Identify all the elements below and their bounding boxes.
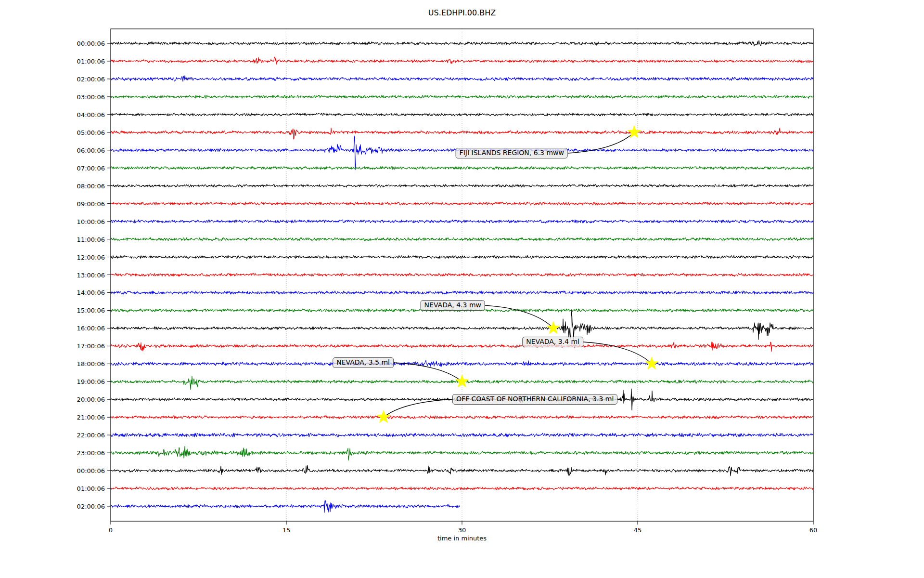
y-tick-label-9: 09:00:06 <box>52 200 105 207</box>
trace-row-23-23:00:06 <box>111 447 813 460</box>
annotation-leader-1 <box>485 305 553 328</box>
y-tick-label-1: 01:00:06 <box>52 57 105 65</box>
y-tick-label-7: 07:00:06 <box>52 164 105 171</box>
trace-row-4-04:00:06 <box>111 113 813 116</box>
trace-row-7-07:00:06 <box>111 166 813 170</box>
y-tick-label-23: 23:00:06 <box>52 449 105 457</box>
helicorder-plot <box>0 0 924 578</box>
y-tick-label-0: 00:00:06 <box>52 40 105 47</box>
y-tick-label-21: 21:00:06 <box>52 414 105 421</box>
event-annotation-label-2: NEVADA, 3.4 ml <box>522 337 583 347</box>
trace-row-11-11:00:06 <box>111 237 813 241</box>
event-star-icon-1 <box>547 321 560 333</box>
y-tick-label-6: 06:00:06 <box>52 146 105 154</box>
y-tick-label-16: 16:00:06 <box>52 325 105 332</box>
trace-row-5-05:00:06 <box>111 128 813 139</box>
y-tick-label-25: 01:00:06 <box>52 485 105 492</box>
y-tick-label-24: 00:00:06 <box>52 467 105 474</box>
event-annotation-label-4: OFF COAST OF NORTHERN CALIFORNIA, 3.3 ml <box>452 394 617 405</box>
x-tick-label-0: 0 <box>96 526 125 534</box>
y-tick-label-3: 03:00:06 <box>52 93 105 100</box>
trace-row-12-12:00:06 <box>111 255 813 259</box>
trace-row-8-08:00:06 <box>111 184 813 187</box>
x-axis-label: time in minutes <box>111 535 813 542</box>
y-tick-label-14: 14:00:06 <box>52 289 105 296</box>
trace-row-14-14:00:06 <box>111 291 813 294</box>
y-tick-label-15: 15:00:06 <box>52 307 105 314</box>
x-tick-label-60: 60 <box>799 526 828 534</box>
x-tick-label-45: 45 <box>623 526 652 534</box>
y-tick-label-18: 18:00:06 <box>52 360 105 368</box>
y-tick-label-2: 02:00:06 <box>52 75 105 82</box>
y-tick-label-4: 04:00:06 <box>52 111 105 118</box>
annotation-leader-3 <box>394 363 462 381</box>
y-tick-label-12: 12:00:06 <box>52 253 105 261</box>
trace-row-10-10:00:06 <box>111 220 813 223</box>
y-tick-label-17: 17:00:06 <box>52 342 105 350</box>
y-tick-label-5: 05:00:06 <box>52 129 105 136</box>
y-tick-label-13: 13:00:06 <box>52 271 105 278</box>
event-star-icon-4 <box>377 410 390 422</box>
event-star-icon-3 <box>456 375 469 387</box>
trace-row-18-18:00:06 <box>111 360 813 367</box>
trace-row-25-01:00:06 <box>111 487 813 490</box>
trace-row-3-03:00:06 <box>111 95 813 98</box>
trace-row-2-02:00:06 <box>111 76 813 81</box>
seismogram-figure: US.EDHPI.00.BHZ 00:00:0601:00:0602:00:06… <box>0 0 924 578</box>
event-annotation-label-1: NEVADA, 4.3 mw <box>421 300 485 311</box>
y-tick-label-19: 19:00:06 <box>52 378 105 385</box>
y-tick-label-26: 02:00:06 <box>52 503 105 510</box>
x-tick-label-30: 30 <box>448 526 476 534</box>
event-annotation-label-0: FIJI ISLANDS REGION, 6.3 mww <box>456 148 568 158</box>
y-tick-label-20: 20:00:06 <box>52 396 105 403</box>
trace-row-26-02:00:06 <box>111 500 460 512</box>
y-tick-label-22: 22:00:06 <box>52 432 105 439</box>
trace-row-0-00:00:06 <box>111 40 813 46</box>
y-tick-label-10: 10:00:06 <box>52 218 105 225</box>
x-tick-label-15: 15 <box>272 526 301 534</box>
y-tick-label-11: 11:00:06 <box>52 236 105 243</box>
event-star-icon-2 <box>645 357 658 369</box>
annotation-leader-4 <box>384 399 452 417</box>
y-tick-label-8: 08:00:06 <box>52 182 105 189</box>
event-annotation-label-3: NEVADA, 3.5 ml <box>333 357 394 368</box>
